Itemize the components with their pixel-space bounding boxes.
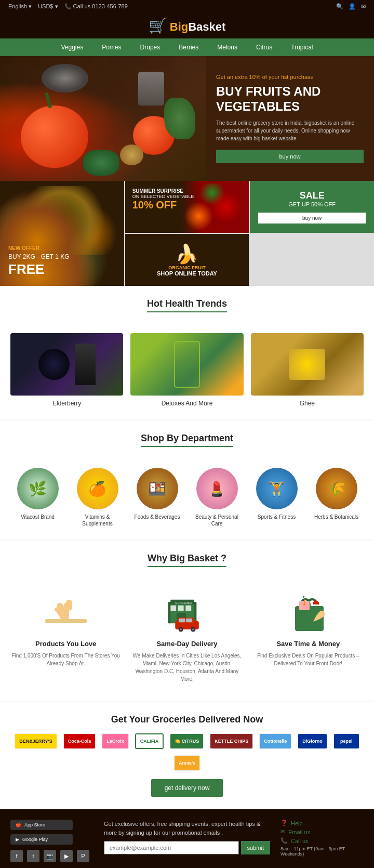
promo-card-summer: SUMMER SURPRISE ON SELECTED VEGETABLE 10… <box>125 181 249 233</box>
why-save-title: Save Time & Money <box>276 640 340 648</box>
ghee-label: Ghee <box>251 400 364 407</box>
dept-vitacost[interactable]: 🌿 Vitacost Brand <box>10 468 65 527</box>
nav-melons[interactable]: Melons <box>208 38 247 56</box>
hero-buy-button[interactable]: buy now <box>216 150 364 163</box>
footer-top: 🍎 App Store ▶ Google Play f t 📷 ▶ P Get … <box>0 809 374 868</box>
svg-rect-18 <box>186 619 192 622</box>
promo-b-off: 10% OFF <box>132 199 242 211</box>
why-save-desc: Find Exclusive Deals On Popular Products… <box>253 652 364 667</box>
nav-berries[interactable]: Berries <box>169 38 208 56</box>
nav-veggies[interactable]: Veggies <box>51 38 92 56</box>
dept-vitamins[interactable]: 🍊 Vitamins & Supplements <box>70 468 125 527</box>
youtube-icon[interactable]: ▶ <box>60 850 73 862</box>
top-bar-left: English ▾ USD$ ▾ 📞 Call us 0123-456-789 <box>8 3 128 10</box>
language-selector[interactable]: English ▾ <box>8 3 32 10</box>
brand-citrus: 🍋 CITRUS <box>170 733 204 749</box>
svg-rect-10 <box>194 602 197 623</box>
footer-signup: Get exclusive offers, free shipping even… <box>104 820 270 854</box>
vitamins-image: 🍊 <box>77 468 118 509</box>
svg-rect-9 <box>168 602 171 623</box>
dept-beauty[interactable]: 💄 Beauty & Personal Care <box>190 468 244 527</box>
vitacost-image: 🌿 <box>17 468 59 509</box>
footer-contact: ❓ Help ✉ Email us 📞 Call us 8am - 11pm E… <box>280 820 364 859</box>
svg-text:GROCERIES: GROCERIES <box>175 601 192 604</box>
promo-c-sub: GET UP 50% OFF <box>258 201 366 207</box>
footer-email-input[interactable] <box>104 841 239 854</box>
departments-title: Shop By Department <box>141 433 233 447</box>
trend-elderberry[interactable]: Elderberry <box>10 333 123 407</box>
sports-label: Sports & Fitness <box>249 514 304 520</box>
nav-tropical[interactable]: Tropical <box>282 38 322 56</box>
google-play-badge[interactable]: ▶ Google Play <box>10 834 73 845</box>
delivery-button[interactable]: get delivery now <box>151 779 223 797</box>
why-delivery-desc: We Make Deliveries In Cities Like Los An… <box>131 652 242 683</box>
detox-label: Detoxes And More <box>130 400 243 407</box>
promo-c-button[interactable]: buy now <box>258 213 366 223</box>
hero-description: The best online grocery store in India. … <box>216 119 364 142</box>
user-icon[interactable]: 👤 <box>349 3 356 10</box>
brands-row: BEN&JERRY'S Coca-Cola LaCroix CALIFIA 🍋 … <box>10 733 364 771</box>
beauty-image: 💄 <box>196 468 238 509</box>
top-bar: English ▾ USD$ ▾ 📞 Call us 0123-456-789 … <box>0 0 374 13</box>
foods-label: Foods & Beverages <box>130 514 184 520</box>
dept-foods[interactable]: 🍱 Foods & Beverages <box>130 468 184 527</box>
brand-benjerrys: BEN&JERRY'S <box>15 733 57 749</box>
detox-image <box>130 333 243 396</box>
app-store-badge[interactable]: 🍎 App Store <box>10 820 73 830</box>
social-icons: f t 📷 ▶ P <box>10 850 94 862</box>
nav-citrus[interactable]: Citrus <box>247 38 282 56</box>
phone-label: 📞 Call us 0123-456-789 <box>64 3 128 10</box>
nav-drupes[interactable]: Drupes <box>131 38 170 56</box>
promo-d-label: ORGANIC FRUIT <box>168 265 206 270</box>
brand-cottonelle: Cottonelle <box>259 733 291 749</box>
svg-rect-0 <box>45 619 87 623</box>
promo-d-text: SHOP ONLINE TODAY <box>157 270 217 277</box>
herbs-label: Herbs & Botanicals <box>309 514 364 520</box>
footer-apps: 🍎 App Store ▶ Google Play <box>10 820 94 845</box>
facebook-icon[interactable]: f <box>10 850 23 862</box>
promo-a-label: NEW OFFER <box>8 245 116 251</box>
contact-email[interactable]: ✉ Email us <box>280 828 364 835</box>
top-bar-right: 🔍 👤 ✉ <box>336 3 366 10</box>
mail-icon[interactable]: ✉ <box>361 3 366 10</box>
foods-image: 🍱 <box>137 468 178 509</box>
delivery-icon: GROCERIES <box>161 593 213 635</box>
logo-bar: 🛒 BigBasket <box>0 13 374 38</box>
why-products-desc: Find 1,000'S Of Products From The Stores… <box>10 652 121 667</box>
twitter-icon[interactable]: t <box>27 850 39 862</box>
trends-grid: Elderberry Detoxes And More Ghee <box>10 333 364 407</box>
nav-pomes[interactable]: Pomes <box>92 38 130 56</box>
beauty-label: Beauty & Personal Care <box>190 514 244 527</box>
save-money-icon <box>282 593 334 635</box>
banana-icon: 🍌 <box>175 243 198 265</box>
instagram-icon[interactable]: 📷 <box>44 850 56 862</box>
ghee-image <box>251 333 364 396</box>
svg-rect-7 <box>185 606 191 611</box>
herbs-image: 🌾 <box>316 468 357 509</box>
contact-hours: 8am - 11pm ET (9am - 6pm ET Weekends) <box>280 846 364 857</box>
svg-point-15 <box>180 628 182 630</box>
footer-apps-social: 🍎 App Store ▶ Google Play f t 📷 ▶ P <box>10 820 94 862</box>
footer-submit-button[interactable]: submit <box>241 841 270 854</box>
dept-herbs[interactable]: 🌾 Herbs & Botanicals <box>309 468 364 527</box>
footer-top-inner: 🍎 App Store ▶ Google Play f t 📷 ▶ P Get … <box>10 820 364 862</box>
main-nav: Veggies Pomes Drupes Berries Melons Citr… <box>0 38 374 56</box>
hero-image <box>0 56 206 181</box>
svg-rect-6 <box>178 606 184 611</box>
dept-sports[interactable]: 🏋️ Sports & Fitness <box>249 468 304 527</box>
elderberry-label: Elderberry <box>10 400 123 407</box>
promo-b-sub: ON SELECTED VEGETABLE <box>132 194 242 199</box>
search-icon[interactable]: 🔍 <box>336 3 343 10</box>
trend-ghee[interactable]: Ghee <box>251 333 364 407</box>
currency-selector[interactable]: USD$ ▾ <box>38 3 58 10</box>
svg-rect-5 <box>170 606 176 611</box>
promo-c-title: SALE <box>258 190 366 201</box>
site-logo[interactable]: 🛒 BigBasket <box>149 17 226 34</box>
brand-digiorno: DiGiorno <box>298 733 327 749</box>
trend-detox[interactable]: Detoxes And More <box>130 333 243 407</box>
why-section: Why Big Basket ? Products You Love Find … <box>0 541 374 701</box>
pinterest-icon[interactable]: P <box>77 850 89 862</box>
why-delivery: GROCERIES <box>131 593 242 683</box>
contact-phone[interactable]: 📞 Call us <box>280 837 364 844</box>
health-trends-section: Hot Health Trends Elderberry Detoxes And… <box>0 286 374 419</box>
